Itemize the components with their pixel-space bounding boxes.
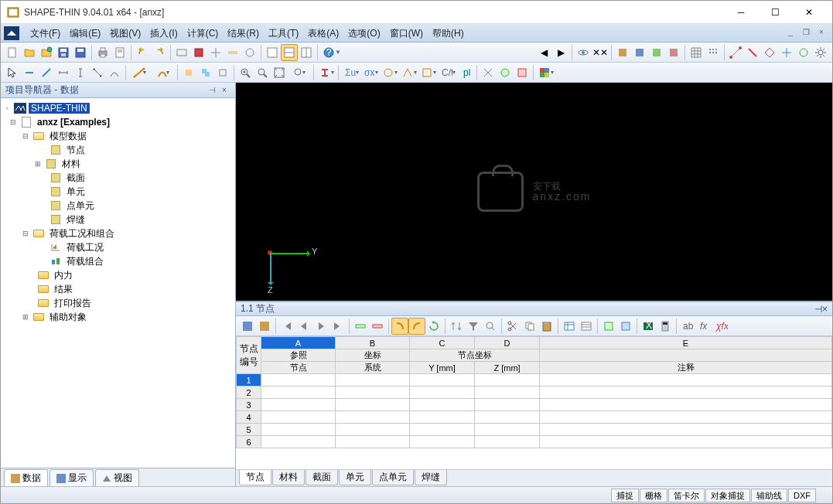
ed-tool-6-icon[interactable] bbox=[89, 64, 106, 81]
tree-welds[interactable]: 焊缝 bbox=[2, 213, 234, 226]
table-row[interactable]: 3 bbox=[237, 399, 832, 411]
view-tool-2-icon[interactable]: ✕✕ bbox=[592, 44, 609, 61]
tree-sections[interactable]: 截面 bbox=[2, 171, 234, 185]
mdi-restore-button[interactable]: ❐ bbox=[799, 27, 813, 39]
save-icon[interactable] bbox=[55, 44, 72, 61]
nav-tab-view[interactable]: 视图 bbox=[95, 469, 139, 486]
open-file-icon[interactable] bbox=[21, 44, 38, 61]
tt-table-icon[interactable] bbox=[561, 318, 578, 335]
check-3-icon[interactable] bbox=[514, 64, 531, 81]
tt-excel-icon[interactable]: X bbox=[640, 318, 657, 335]
table-row[interactable]: 1 bbox=[237, 374, 832, 387]
zoom-dd-icon[interactable]: ▾ bbox=[288, 64, 311, 81]
mdi-close-button[interactable]: × bbox=[814, 27, 828, 39]
status-2[interactable]: 笛卡尔 bbox=[668, 489, 705, 502]
tt-cut-icon[interactable] bbox=[504, 318, 521, 335]
menu-5[interactable]: 结果(R) bbox=[223, 25, 264, 42]
print-preview-icon[interactable] bbox=[111, 44, 128, 61]
check-1-icon[interactable] bbox=[480, 64, 497, 81]
tt-export-2-icon[interactable] bbox=[617, 318, 634, 335]
render-3-icon[interactable] bbox=[648, 44, 665, 61]
menu-6[interactable]: 工具(T) bbox=[264, 25, 303, 42]
open-recent-icon[interactable] bbox=[38, 44, 55, 61]
tt-1-icon[interactable] bbox=[239, 318, 256, 335]
tree-root[interactable]: ▫ SHAPE-THIN bbox=[2, 101, 234, 115]
tt-prev-icon[interactable] bbox=[295, 318, 312, 335]
window-layout-1-icon[interactable] bbox=[264, 44, 281, 61]
nav-prev-icon[interactable]: ◀ bbox=[535, 44, 552, 61]
measure-2-icon[interactable] bbox=[744, 44, 761, 61]
tt-calc-icon[interactable] bbox=[657, 318, 674, 335]
ed-tool-3-icon[interactable] bbox=[38, 64, 55, 81]
mdi-minimize-button[interactable]: _ bbox=[783, 27, 797, 39]
tree-results[interactable]: 结果 bbox=[2, 282, 234, 296]
tt-mode-2-icon[interactable] bbox=[408, 318, 425, 335]
ins-2-icon[interactable] bbox=[197, 64, 214, 81]
project-tree[interactable]: ▫ SHAPE-THIN ⊟ anxz [Examples] ⊟ 模型数据 节点… bbox=[1, 98, 235, 468]
menu-2[interactable]: 视图(V) bbox=[105, 25, 145, 42]
draw-line-icon[interactable]: ▾ bbox=[128, 64, 152, 81]
menu-3[interactable]: 插入(I) bbox=[145, 25, 182, 42]
tt-find-icon[interactable] bbox=[482, 318, 499, 335]
tt-export-1-icon[interactable] bbox=[600, 318, 617, 335]
menu-7[interactable]: 表格(A) bbox=[303, 25, 343, 42]
tt-sort-icon[interactable] bbox=[448, 318, 465, 335]
status-5[interactable]: DXF bbox=[788, 489, 816, 502]
tt-last-icon[interactable] bbox=[329, 318, 347, 335]
nav-next-icon[interactable]: ▶ bbox=[552, 44, 569, 61]
render-2-icon[interactable] bbox=[631, 44, 648, 61]
tt-next-icon[interactable] bbox=[312, 318, 329, 335]
table-pin-icon[interactable]: ⊣ bbox=[814, 304, 822, 315]
tt-delete-row-icon[interactable] bbox=[369, 318, 386, 335]
table-tab-4[interactable]: 点单元 bbox=[372, 470, 414, 485]
ins-3-icon[interactable] bbox=[214, 64, 231, 81]
maximize-button[interactable]: ☐ bbox=[758, 2, 792, 23]
tree-internal-forces[interactable]: 内力 bbox=[2, 268, 234, 282]
select-arrow-icon[interactable] bbox=[4, 64, 21, 81]
tt-copy-icon[interactable] bbox=[521, 318, 538, 335]
tree-model-data[interactable]: ⊟ 模型数据 bbox=[2, 129, 234, 143]
table-row[interactable]: 4 bbox=[237, 411, 832, 424]
minimize-button[interactable]: ─ bbox=[724, 2, 758, 23]
table-row[interactable]: 5 bbox=[237, 424, 832, 436]
tt-mode-1-icon[interactable] bbox=[391, 318, 408, 335]
tree-materials[interactable]: ⊞ 材料 bbox=[2, 157, 234, 171]
pin-icon[interactable]: ⊣ bbox=[206, 86, 218, 94]
tree-load-combos[interactable]: 荷载组合 bbox=[2, 254, 234, 268]
calc-7-icon[interactable]: pl bbox=[457, 64, 474, 81]
menu-8[interactable]: 选项(O) bbox=[343, 25, 384, 42]
table-tab-3[interactable]: 单元 bbox=[339, 470, 371, 485]
measure-5-icon[interactable] bbox=[795, 44, 812, 61]
zoom-in-icon[interactable] bbox=[237, 64, 254, 81]
ins-1-icon[interactable] bbox=[180, 64, 197, 81]
close-button[interactable]: ✕ bbox=[792, 2, 826, 23]
table-tab-0[interactable]: 节点 bbox=[239, 470, 271, 485]
settings-gear-icon[interactable] bbox=[812, 44, 829, 61]
tt-filter-icon[interactable] bbox=[465, 318, 482, 335]
data-grid[interactable]: 节点编号ABCDE参照坐标节点坐标节点系统Y [mm]Z [mm]注释12345… bbox=[236, 336, 832, 469]
save-as-icon[interactable] bbox=[72, 44, 89, 61]
zoom-window-icon[interactable] bbox=[254, 64, 271, 81]
render-1-icon[interactable] bbox=[614, 44, 631, 61]
check-2-icon[interactable] bbox=[497, 64, 514, 81]
tool-icon-1[interactable] bbox=[173, 44, 190, 61]
tree-print-report[interactable]: 打印报告 bbox=[2, 296, 234, 310]
tt-first-icon[interactable] bbox=[278, 318, 295, 335]
tt-2-icon[interactable] bbox=[256, 318, 273, 335]
tool-icon-5[interactable] bbox=[241, 44, 258, 61]
menu-0[interactable]: 文件(F) bbox=[26, 25, 65, 42]
window-layout-2-icon[interactable] bbox=[281, 44, 298, 61]
tree-point-elements[interactable]: 点单元 bbox=[2, 199, 234, 213]
redo-icon[interactable] bbox=[151, 44, 168, 61]
status-1[interactable]: 栅格 bbox=[640, 489, 667, 502]
tt-table2-icon[interactable] bbox=[578, 318, 595, 335]
table-tab-2[interactable]: 截面 bbox=[306, 470, 338, 485]
menu-10[interactable]: 帮助(H) bbox=[428, 25, 469, 42]
tree-elements[interactable]: 单元 bbox=[2, 185, 234, 199]
grid-icon[interactable] bbox=[688, 44, 705, 61]
tt-refresh-icon[interactable] bbox=[425, 318, 442, 335]
tool-icon-3[interactable] bbox=[207, 44, 224, 61]
ed-tool-7-icon[interactable] bbox=[106, 64, 123, 81]
new-file-icon[interactable] bbox=[4, 44, 21, 61]
table-close-icon[interactable]: × bbox=[822, 304, 828, 315]
